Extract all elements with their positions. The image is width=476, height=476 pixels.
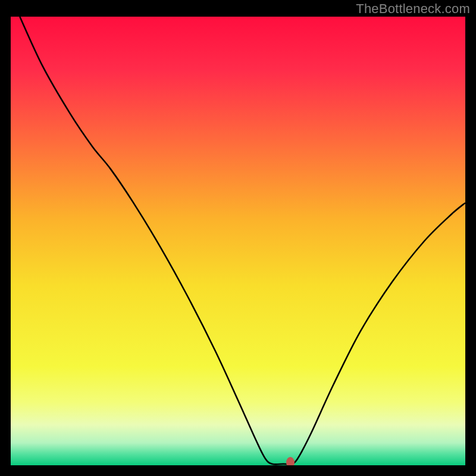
optimal-point-marker bbox=[286, 457, 295, 465]
chart-frame: TheBottleneck.com bbox=[0, 0, 476, 476]
bottleneck-curve bbox=[11, 17, 465, 465]
watermark-text: TheBottleneck.com bbox=[356, 1, 470, 17]
plot-area bbox=[11, 17, 465, 465]
